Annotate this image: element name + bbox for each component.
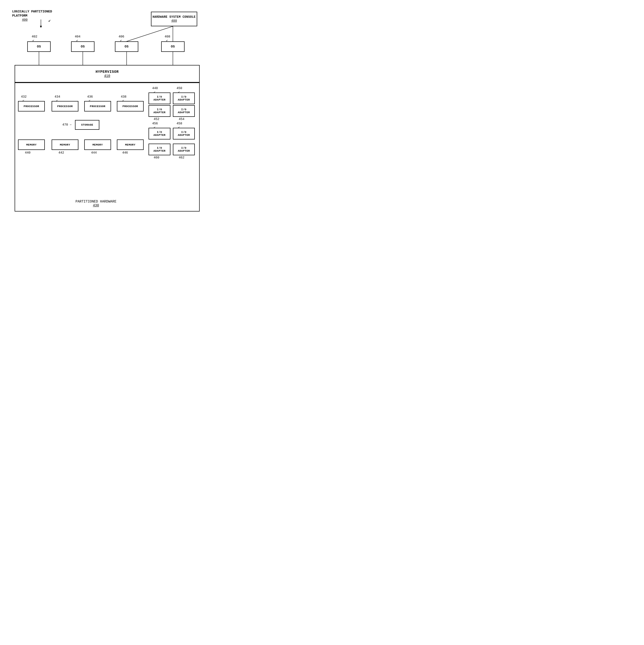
io-box-456: I/O ADAPTER	[149, 128, 170, 140]
mem-ref-440: 440	[25, 151, 30, 155]
io-ref-452: 452	[154, 117, 159, 121]
io-ref-448: 448	[152, 86, 158, 90]
proc-ref-436: 436	[87, 95, 93, 98]
io-box-454: I/O ADAPTER	[173, 105, 195, 117]
io-ref-450: 450	[176, 86, 182, 90]
processor-box-438: PROCESSOR	[117, 101, 144, 112]
partitioned-hw-label: PARTITIONED HARDWARE 430	[75, 200, 116, 207]
hypervisor-box: HYPERVISOR 410	[15, 65, 200, 82]
memory-box-440: MEMORY	[18, 140, 45, 150]
io-box-452: I/O ADAPTER	[149, 105, 170, 117]
os-box-406: OS	[115, 41, 138, 52]
mem-ref-444: 444	[91, 151, 97, 155]
proc-ref-438: 438	[121, 95, 126, 98]
os-ref-406: 406	[119, 35, 124, 38]
os-box-408: OS	[161, 41, 185, 52]
io-ref-454: 454	[179, 117, 184, 121]
hsc-box: HARDWARE SYSTEM CONSOLE 480	[151, 12, 197, 26]
os-box-404: OS	[71, 41, 95, 52]
processor-box-432: PROCESSOR	[18, 101, 45, 112]
io-box-462: I/O ADAPTER	[173, 144, 195, 155]
processor-box-436: PROCESSOR	[84, 101, 111, 112]
os-box-402: OS	[27, 41, 51, 52]
memory-box-442: MEMORY	[52, 140, 78, 150]
storage-ref: 470 ←	[62, 123, 72, 127]
storage-box: STORAGE	[75, 120, 99, 130]
mem-ref-446: 446	[122, 151, 128, 155]
processor-box-434: PROCESSOR	[52, 101, 78, 112]
diagram-container: LOGICALLY PARTITIONED PLATFORM 400 ↙ HAR…	[7, 7, 212, 221]
mem-ref-442: 442	[58, 151, 64, 155]
io-ref-456: 456	[152, 122, 158, 125]
io-box-448: I/O ADAPTER	[149, 92, 170, 104]
proc-ref-432: 432	[21, 95, 26, 98]
io-ref-462: 462	[179, 156, 184, 160]
io-box-458: I/O ADAPTER	[173, 128, 195, 140]
os-ref-408: 408	[165, 35, 170, 38]
io-box-460: I/O ADAPTER	[149, 144, 170, 155]
memory-box-446: MEMORY	[117, 140, 144, 150]
platform-label: LOGICALLY PARTITIONED PLATFORM 400	[12, 10, 58, 22]
proc-ref-434: 434	[54, 95, 60, 98]
os-ref-402: 402	[32, 35, 37, 38]
io-ref-460: 460	[154, 156, 159, 160]
os-ref-404: 404	[75, 35, 80, 38]
platform-arrow: ↙	[48, 17, 51, 23]
io-ref-458: 458	[176, 122, 182, 125]
io-box-450: I/O ADAPTER	[173, 92, 195, 104]
memory-box-444: MEMORY	[84, 140, 111, 150]
